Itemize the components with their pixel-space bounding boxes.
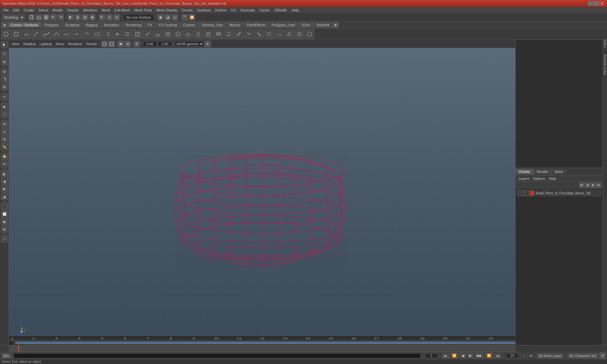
snap-point-button[interactable]: ⊕ bbox=[113, 14, 120, 21]
rotate-tool-button[interactable] bbox=[1, 76, 8, 83]
shelf-tab-xgen[interactable]: XGen bbox=[299, 22, 313, 28]
tool-paint[interactable] bbox=[244, 29, 254, 39]
value-input-2[interactable] bbox=[158, 41, 172, 47]
jump-to-end-button[interactable]: ⏭ bbox=[494, 353, 502, 358]
layer-tab-render[interactable]: Render bbox=[534, 169, 552, 174]
main-viewport[interactable]: persp bbox=[9, 48, 515, 345]
ipr-button[interactable]: 🎦 bbox=[189, 14, 195, 21]
tool-cube[interactable] bbox=[204, 29, 213, 39]
tool-extra-2[interactable] bbox=[295, 29, 304, 39]
workspace-select[interactable]: Modeling bbox=[1, 14, 25, 21]
tool-helix[interactable] bbox=[224, 29, 233, 39]
viewport-icon-2[interactable]: ◪ bbox=[164, 14, 171, 21]
shelf-tab-curves-surfaces[interactable]: Curves / Surfaces bbox=[8, 22, 41, 28]
menu-curves[interactable]: Curves bbox=[180, 8, 195, 13]
open-file-button[interactable] bbox=[36, 14, 42, 21]
select-tool-button[interactable] bbox=[1, 41, 8, 48]
tool-pencil[interactable] bbox=[234, 29, 243, 39]
tool-cone[interactable] bbox=[193, 29, 203, 39]
lasso-select-button[interactable] bbox=[1, 51, 8, 58]
shelf-icon-left[interactable]: ◀ bbox=[1, 22, 7, 28]
paint-select-button[interactable] bbox=[1, 58, 8, 65]
show-manip-button[interactable]: ⊞ bbox=[1, 120, 8, 127]
plus-button[interactable]: + bbox=[1, 235, 8, 242]
tool-attach-curve[interactable] bbox=[72, 29, 82, 39]
menu-display[interactable]: Display bbox=[65, 8, 81, 13]
vt-renderer-menu[interactable]: Renderer bbox=[66, 42, 84, 46]
menu-edit[interactable]: Edit bbox=[11, 8, 21, 13]
color-settings-icon[interactable]: ▼ bbox=[205, 41, 211, 47]
tool-detach-curve[interactable] bbox=[82, 29, 92, 39]
tool-bezier-curve[interactable] bbox=[52, 29, 61, 39]
film-icon[interactable] bbox=[108, 41, 115, 47]
close-button[interactable]: ✕ bbox=[599, 1, 604, 6]
prev-keyframe-button[interactable]: ⏪ bbox=[450, 353, 458, 358]
tool-freeform[interactable] bbox=[143, 29, 152, 39]
end-frame-input[interactable] bbox=[506, 353, 518, 358]
next-frame-button[interactable]: ▶▶ bbox=[475, 353, 484, 358]
menu-generate[interactable]: Generate bbox=[238, 8, 257, 13]
layer-menu-help[interactable]: Help bbox=[547, 176, 558, 181]
tool-extra-3[interactable] bbox=[305, 29, 314, 39]
menu-mesh-tools[interactable]: Mesh Tools bbox=[132, 8, 154, 13]
extra-tool-8[interactable]: ▧ bbox=[1, 226, 8, 233]
tool-boundary[interactable] bbox=[133, 29, 142, 39]
shelf-tab-polygons[interactable]: Polygons bbox=[41, 22, 61, 28]
rotate-button[interactable] bbox=[82, 14, 88, 21]
layer-tab-display[interactable]: Display bbox=[516, 169, 534, 174]
viewport-icon-3[interactable]: ◫ bbox=[172, 14, 178, 21]
undo-button[interactable] bbox=[50, 14, 57, 21]
sculpt-button[interactable]: ⬡ bbox=[1, 111, 8, 118]
tool-cylinder[interactable] bbox=[163, 29, 173, 39]
tool-birail[interactable] bbox=[123, 29, 132, 39]
scale-button[interactable] bbox=[89, 14, 95, 21]
shelf-icon-right[interactable]: ▶ bbox=[333, 22, 339, 28]
menu-create[interactable]: Create bbox=[22, 8, 36, 13]
tool-ep-curve[interactable] bbox=[42, 29, 51, 39]
timeline-playhead[interactable] bbox=[18, 345, 19, 352]
save-button[interactable] bbox=[43, 14, 49, 21]
extra-tool-7[interactable]: ▦ bbox=[1, 218, 8, 225]
snap-curve-button[interactable]: ◎ bbox=[106, 14, 113, 21]
tool-disk[interactable] bbox=[214, 29, 223, 39]
tool-pencil-curve[interactable] bbox=[32, 29, 41, 39]
menu-surfaces[interactable]: Surfaces bbox=[195, 8, 213, 13]
layer-nav-first[interactable]: ⏮ bbox=[579, 183, 584, 188]
shelf-tab-rigging[interactable]: Rigging bbox=[83, 22, 100, 28]
next-keyframe-button[interactable]: ⏩ bbox=[485, 353, 493, 358]
shelf-tab-rendering[interactable]: Rendering bbox=[123, 22, 144, 28]
layer-tab-anim[interactable]: Anim bbox=[552, 169, 566, 174]
extra-tool-3[interactable]: ◩ bbox=[1, 185, 8, 192]
menu-edit-mesh[interactable]: Edit Mesh bbox=[113, 8, 132, 13]
extra-tool-1[interactable]: ◧ bbox=[1, 170, 8, 177]
minimize-button[interactable]: ─ bbox=[588, 1, 593, 6]
new-file-button[interactable] bbox=[28, 14, 35, 21]
vt-panels-menu[interactable]: Panels bbox=[85, 42, 99, 46]
shelf-tab-animation[interactable]: Animation bbox=[101, 22, 122, 28]
snap-grid-button[interactable] bbox=[99, 14, 105, 21]
timeline[interactable] bbox=[0, 345, 607, 352]
tool-plane[interactable] bbox=[153, 29, 162, 39]
char-set-icon[interactable]: ⚙ bbox=[599, 353, 606, 359]
render-button[interactable]: 🎬 bbox=[181, 14, 188, 21]
maximize-button[interactable]: □ bbox=[594, 1, 599, 6]
soft-mod-button[interactable]: ◉ bbox=[1, 103, 8, 110]
move-tool-button[interactable] bbox=[1, 68, 8, 75]
tool-deform[interactable] bbox=[274, 29, 284, 39]
value-input-1[interactable] bbox=[143, 41, 157, 47]
layer-playback-toggle[interactable]: P bbox=[524, 191, 529, 195]
tool-revolve[interactable] bbox=[102, 29, 112, 39]
shelf-tab-painteffects[interactable]: PaintEffects bbox=[244, 22, 268, 28]
render-region-button[interactable]: 🎨 bbox=[1, 153, 8, 160]
tool-extra-1[interactable] bbox=[285, 29, 294, 39]
layer-menu-layers[interactable]: Layers bbox=[517, 176, 531, 181]
measure-button[interactable]: 📏 bbox=[1, 143, 8, 150]
menu-3dtoall[interactable]: -3DtoAll- bbox=[272, 8, 289, 13]
prev-frame-button[interactable]: ◀ bbox=[460, 353, 466, 358]
jump-to-start-button[interactable]: ⏮ bbox=[442, 353, 449, 358]
layer-nav-next[interactable]: ▶ bbox=[591, 183, 596, 188]
layer-item[interactable]: V P Small_Piece_of_Chocolate_Bunny_Tail bbox=[517, 190, 601, 196]
shelf-tab-custom[interactable]: Custom bbox=[181, 22, 198, 28]
menu-windows[interactable]: Windows bbox=[81, 8, 99, 13]
extra-tool-6[interactable]: ⬜ bbox=[1, 210, 8, 217]
